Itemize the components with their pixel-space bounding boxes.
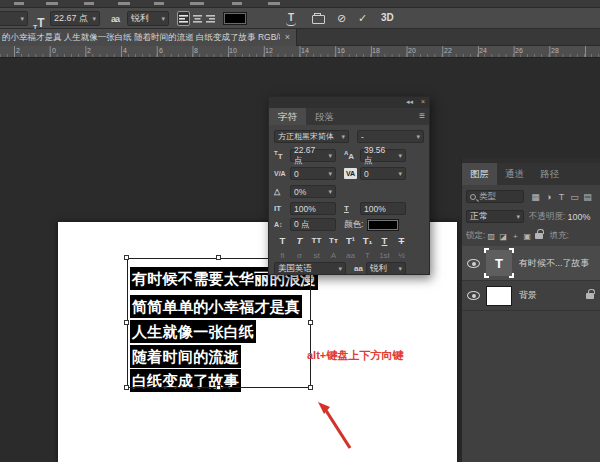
toggle-panels-icon[interactable] — [312, 15, 325, 24]
proportional-spacing-field[interactable]: 0% ▾ — [290, 185, 336, 198]
background-layer-row[interactable]: 背景 — [462, 281, 600, 310]
font-size-dropdown[interactable]: 22.67 点 ▾ — [50, 11, 100, 26]
text-options-bar: ▾ TT 22.67 点 ▾ aa 锐利 ▾ T ⊘ ✓ 3D — [0, 8, 600, 29]
tracking-field[interactable]: 0 ▾ — [360, 167, 406, 180]
font-family-value: 方正粗黑宋简体 — [278, 131, 334, 142]
commit-edits-icon[interactable]: ✓ — [358, 12, 367, 25]
leading-icon: AA — [344, 150, 360, 161]
discretionary-ligatures-button[interactable]: st — [308, 251, 325, 260]
tutorial-annotation: alt+键盘上下方向键 — [307, 348, 403, 363]
transform-handle[interactable] — [216, 255, 221, 260]
document-tab[interactable]: 的小幸福才是真 人生就像一张白纸 随着时间的流逝 白纸变成了故事 RGB/8) … — [0, 29, 297, 46]
antialias-dropdown[interactable]: 锐利 ▾ — [127, 11, 169, 26]
chevron-down-icon: ▾ — [398, 265, 402, 272]
contextual-alternates-button[interactable]: σ — [291, 251, 308, 260]
panel-antialias-dropdown[interactable]: 锐利 ▾ — [366, 262, 406, 275]
underline-button[interactable]: T — [376, 235, 393, 246]
text-color-swatch[interactable] — [223, 12, 247, 25]
antialias-icon: aa — [354, 264, 366, 273]
baseline-shift-value: 0 点 — [294, 219, 310, 231]
font-style-dropdown[interactable]: ▾ — [0, 11, 28, 26]
lock-position-icon[interactable]: + — [509, 232, 521, 241]
filter-adjustment-icon[interactable]: ◑ — [542, 192, 555, 202]
blend-mode-dropdown[interactable]: 正常 ▾ — [466, 210, 524, 223]
text-layer-row[interactable]: T 有时候不...了故事 — [462, 246, 600, 280]
tab-layers[interactable]: 图层 — [462, 163, 497, 185]
transform-handle[interactable] — [216, 385, 221, 390]
all-caps-button[interactable]: TT — [308, 236, 325, 245]
filter-shape-icon[interactable]: ▭ — [568, 192, 581, 202]
baseline-shift-field[interactable]: 0 点 — [290, 218, 336, 231]
background-layer-name: 背景 — [519, 289, 537, 302]
strikethrough-button[interactable]: T — [393, 235, 410, 246]
align-center-button[interactable] — [191, 11, 204, 26]
horizontal-scale-icon: T — [344, 204, 360, 213]
transform-handle[interactable] — [308, 385, 313, 390]
chevron-down-icon: ▾ — [398, 152, 402, 159]
cancel-edits-icon[interactable]: ⊘ — [337, 12, 346, 25]
character-color-swatch[interactable] — [367, 219, 399, 231]
horizontal-scale-field[interactable]: 100% — [360, 202, 406, 215]
kerning-icon: V/A — [274, 170, 290, 177]
text-bounding-box[interactable] — [127, 258, 311, 388]
panel-menu-icon[interactable]: ≡ — [419, 110, 425, 121]
swash-button[interactable]: A — [325, 251, 342, 260]
filter-smartobject-icon[interactable]: ▤ — [581, 192, 594, 202]
background-layer-thumbnail[interactable] — [486, 286, 512, 306]
transform-handle[interactable] — [124, 255, 129, 260]
layer-filter-search[interactable]: 类型 — [466, 190, 524, 203]
filter-pixel-icon[interactable]: ▦ — [529, 192, 542, 202]
search-icon — [470, 194, 476, 200]
font-size-icon: TT — [274, 150, 290, 161]
lock-artboard-icon[interactable]: ▣ — [521, 232, 533, 241]
fractions-button[interactable]: ½ — [393, 251, 410, 260]
collapse-panel-icon[interactable]: ◂◂ — [406, 98, 413, 106]
text-layer-thumbnail[interactable]: T — [486, 250, 512, 276]
warp-text-icon[interactable]: T — [284, 12, 298, 27]
font-family-dropdown[interactable]: 方正粗黑宋简体 ▾ — [274, 130, 349, 143]
filter-type-icon[interactable]: T — [555, 192, 568, 202]
transform-handle[interactable] — [124, 320, 129, 325]
ordinals-button[interactable]: 1st — [376, 251, 393, 260]
visibility-eye-icon[interactable] — [467, 291, 480, 300]
lock-all-icon[interactable] — [535, 233, 543, 239]
opacity-value[interactable]: 100% — [567, 212, 590, 222]
chevron-down-icon: ▾ — [92, 15, 96, 22]
visibility-eye-icon[interactable] — [467, 259, 480, 268]
transform-handle[interactable] — [124, 385, 129, 390]
3d-button[interactable]: 3D — [381, 12, 394, 23]
align-left-button[interactable] — [177, 11, 190, 26]
stylistic-alternates-button[interactable]: aa — [342, 251, 359, 260]
tab-paragraph[interactable]: 段落 — [306, 108, 343, 125]
tab-channels[interactable]: 通道 — [497, 163, 532, 185]
small-caps-button[interactable]: Tт — [325, 236, 342, 245]
lock-transparency-icon[interactable]: ▨ — [485, 232, 497, 241]
faux-bold-button[interactable]: T — [274, 235, 291, 246]
ligatures-button[interactable]: fi — [274, 251, 291, 260]
horizontal-ruler[interactable]: 20 24 68 1012 1416 1820 2224 2628 — [0, 46, 600, 58]
faux-italic-button[interactable]: T — [291, 235, 308, 246]
lock-pixels-icon[interactable]: ◪ — [497, 232, 509, 241]
tab-paths[interactable]: 路径 — [532, 163, 567, 185]
transform-handle[interactable] — [308, 320, 313, 325]
leading-field[interactable]: 39.56 点 ▾ — [360, 149, 406, 162]
subscript-button[interactable]: T₁ — [359, 235, 376, 246]
font-size-field[interactable]: 22.67 点 ▾ — [290, 149, 336, 162]
close-tab-icon[interactable]: × — [282, 32, 293, 43]
language-dropdown[interactable]: 美国英语 ▾ — [274, 262, 346, 275]
antialias-value: 锐利 — [131, 12, 149, 25]
chevron-down-icon: ▾ — [398, 170, 402, 177]
superscript-button[interactable]: T¹ — [342, 235, 359, 246]
align-right-button[interactable] — [204, 11, 217, 26]
font-size-value: 22.67 点 — [294, 145, 325, 167]
close-panel-icon[interactable]: × — [421, 98, 425, 105]
align-right-icon — [206, 14, 216, 24]
tab-character[interactable]: 字符 — [269, 108, 306, 125]
vertical-scale-field[interactable]: 100% — [290, 202, 336, 215]
titling-alternates-button[interactable]: T — [359, 251, 376, 260]
leading-value: 39.56 点 — [364, 145, 395, 167]
kerning-field[interactable]: 0 ▾ — [290, 167, 336, 180]
font-style-dropdown[interactable]: - ▾ — [357, 130, 424, 143]
chevron-down-icon: ▾ — [416, 133, 420, 140]
document-title: 的小幸福才是真 人生就像一张白纸 随着时间的流逝 白纸变成了故事 RGB/8) … — [2, 29, 280, 46]
